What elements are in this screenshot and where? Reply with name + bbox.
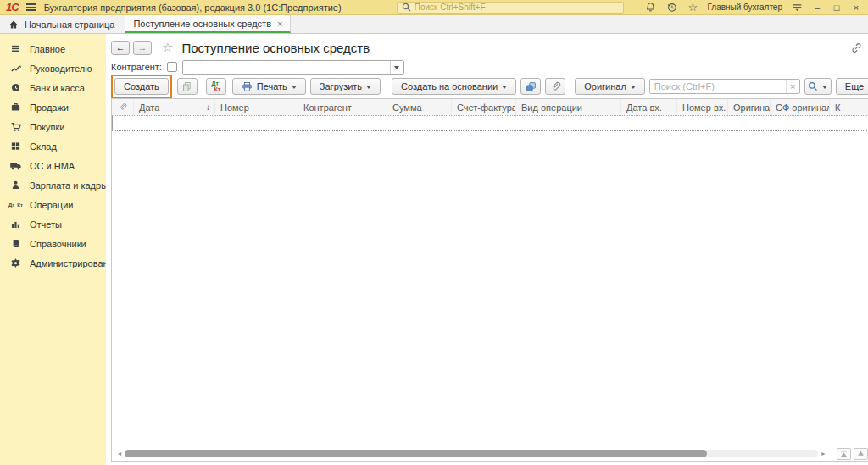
- scroll-right-icon[interactable]: ▸: [818, 450, 828, 457]
- search-clear-icon[interactable]: ×: [786, 80, 799, 93]
- book-icon: [9, 237, 22, 250]
- documents-list: Дата ↓ Номер Контрагент Сумма Счет-факту…: [111, 98, 868, 462]
- sidebar-label: Продажи: [30, 102, 69, 113]
- sidebar-item-directories[interactable]: Справочники: [0, 234, 106, 253]
- load-button[interactable]: Загрузить: [310, 78, 381, 95]
- sidebar-item-operations[interactable]: Дт Кт Операции: [0, 195, 106, 214]
- briefcase-icon: [9, 101, 22, 113]
- sidebar-item-manager[interactable]: Руководителю: [0, 58, 106, 78]
- create-based-on-button[interactable]: Создать на основании: [392, 78, 516, 95]
- column-label: Контрагент: [303, 102, 352, 113]
- truck-icon: [9, 159, 22, 172]
- sidebar-item-reports[interactable]: Отчеты: [0, 214, 106, 234]
- service-menu-icon[interactable]: [790, 1, 804, 14]
- forward-button[interactable]: →: [133, 41, 152, 55]
- favorites-star-icon[interactable]: ☆: [686, 1, 699, 14]
- chevron-down-icon: [292, 86, 297, 91]
- notifications-bell-icon[interactable]: [643, 1, 657, 14]
- counterparty-checkbox[interactable]: [167, 62, 177, 72]
- column-counterparty[interactable]: Контрагент: [298, 99, 387, 115]
- window-minimize-button[interactable]: –: [811, 3, 823, 13]
- back-button[interactable]: ←: [111, 41, 130, 55]
- column-incoming-number[interactable]: Номер вх.: [677, 99, 728, 115]
- list-toolbar: Создать Дт Кт Печать Загрузить С: [111, 76, 868, 97]
- column-label: Дата вх.: [626, 102, 662, 113]
- window-restore-button[interactable]: □: [831, 3, 843, 13]
- sidebar-item-bank-cash[interactable]: Банк и касса: [0, 78, 106, 97]
- kt-label: Кт: [214, 86, 220, 92]
- tab-bar: Начальная страница Поступление основных …: [0, 15, 868, 34]
- global-search[interactable]: [397, 2, 624, 14]
- home-icon: [8, 19, 19, 30]
- selected-empty-row[interactable]: [112, 116, 868, 131]
- column-amount[interactable]: Сумма: [387, 99, 452, 115]
- pallet-grid-icon: [9, 140, 22, 152]
- column-comment[interactable]: К: [830, 99, 868, 115]
- sidebar-label: Операции: [30, 200, 73, 210]
- sidebar-item-fixed-assets[interactable]: ОС и НМА: [0, 156, 106, 175]
- copy-button[interactable]: [177, 78, 198, 95]
- attachments-button[interactable]: [545, 78, 565, 95]
- dt-label: Дт: [8, 202, 14, 208]
- sidebar-item-main[interactable]: Главное: [0, 39, 106, 58]
- search-options-button[interactable]: [804, 78, 832, 95]
- column-invoice[interactable]: Счет-фактура: [452, 99, 516, 115]
- column-invoice-original[interactable]: СФ оригинал: [771, 99, 830, 115]
- show-postings-button[interactable]: Дт Кт: [206, 78, 226, 95]
- edi-exchange-button[interactable]: [520, 78, 541, 95]
- column-attachment[interactable]: [112, 99, 134, 115]
- user-role-label[interactable]: Главный бухгалтер: [707, 3, 782, 12]
- window-close-button[interactable]: ×: [850, 3, 862, 13]
- column-date[interactable]: Дата ↓: [134, 99, 215, 115]
- menu-lines-icon: [9, 42, 22, 55]
- table-body-empty-space[interactable]: [112, 131, 868, 446]
- sidebar-item-sales[interactable]: Продажи: [0, 97, 106, 117]
- create-based-on-label: Создать на основании: [401, 81, 498, 91]
- fixed-assets-receipt-page: ← → ☆ Поступление основных средств ⋮ × К…: [106, 34, 868, 465]
- sidebar-item-administration[interactable]: Администрирование: [0, 253, 106, 273]
- page-title: Поступление основных средств: [181, 41, 370, 55]
- chevron-down-icon: [631, 86, 636, 91]
- column-label: Вид операции: [521, 102, 582, 113]
- paperclip-icon: [119, 102, 127, 112]
- scroll-left-icon[interactable]: ◂: [114, 450, 125, 457]
- sidebar-item-salary-hr[interactable]: Зарплата и кадры: [0, 175, 106, 195]
- scrollbar-track[interactable]: [125, 450, 818, 457]
- global-search-input[interactable]: [415, 3, 620, 12]
- sidebar-item-purchases[interactable]: Покупки: [0, 117, 106, 136]
- go-first-button[interactable]: [837, 448, 851, 460]
- window-titlebar: 1С Бухгалтерия предприятия (базовая), ре…: [0, 0, 868, 15]
- 1c-logo: 1С: [6, 1, 19, 14]
- list-search-field[interactable]: ×: [649, 79, 800, 94]
- sidebar-label: Руководителю: [30, 64, 92, 74]
- history-icon[interactable]: [665, 1, 678, 14]
- counterparty-label: Контрагент:: [111, 62, 162, 72]
- counterparty-combobox[interactable]: [182, 60, 404, 75]
- page-up-button[interactable]: [854, 448, 868, 460]
- sidebar-item-warehouse[interactable]: Склад: [0, 136, 106, 156]
- scrollbar-thumb[interactable]: [125, 450, 707, 457]
- get-link-icon[interactable]: [851, 42, 862, 53]
- column-incoming-date[interactable]: Дата вх.: [621, 99, 677, 115]
- print-button[interactable]: Печать: [232, 78, 306, 95]
- page-header-row: ← → ☆ Поступление основных средств ⋮ ×: [111, 37, 868, 58]
- sidebar-label: Справочники: [30, 239, 86, 249]
- tab-fixed-assets-receipt[interactable]: Поступление основных средств ×: [125, 15, 291, 33]
- more-button[interactable]: Еще: [836, 78, 868, 95]
- column-number[interactable]: Номер: [215, 99, 298, 115]
- main-menu-icon[interactable]: [26, 3, 36, 11]
- combobox-dropdown-button[interactable]: [390, 61, 403, 74]
- favorite-star-icon[interactable]: ☆: [162, 40, 173, 55]
- list-search-input[interactable]: [650, 80, 786, 93]
- gear-icon: [9, 257, 22, 269]
- more-label: Еще: [845, 81, 864, 91]
- column-operation-type[interactable]: Вид операции: [516, 99, 621, 115]
- create-button[interactable]: Создать: [114, 78, 169, 95]
- search-icon: [808, 81, 818, 91]
- column-original[interactable]: Оригинал: [728, 99, 771, 115]
- tab-close-icon[interactable]: ×: [277, 19, 282, 29]
- column-label: К: [835, 102, 840, 113]
- counterparty-input[interactable]: [183, 61, 390, 74]
- tab-home[interactable]: Начальная страница: [0, 15, 125, 33]
- original-button[interactable]: Оригинал: [575, 78, 645, 95]
